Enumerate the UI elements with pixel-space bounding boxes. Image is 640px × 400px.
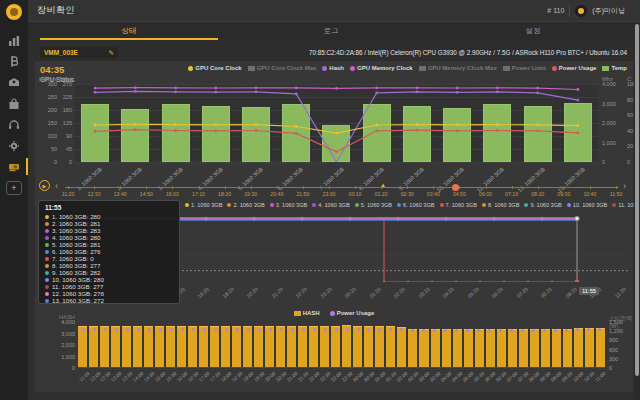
tooltip-row-12: 12. 1060 3GB: 278 [45, 290, 173, 297]
legend-item-temp[interactable]: Temp [602, 65, 627, 71]
price-tag-icon[interactable] [0, 72, 28, 93]
legend-item-gpu-memory-clock-max[interactable]: GPU Memory Clock Max [419, 65, 497, 71]
bitcoin-icon[interactable] [0, 51, 28, 72]
time-label-14:00: 14:00 [132, 371, 144, 383]
gpu-legend-7[interactable]: 7. 1060 3GB [440, 202, 477, 208]
tab-0[interactable]: 상태 [28, 22, 230, 40]
timeline-label-06:00[interactable]: 06:00 [479, 191, 492, 197]
app-logo-icon[interactable] [6, 4, 22, 20]
tooltip-value: 7. 1060 3GB: 0 [52, 255, 94, 262]
axis-tick: 135 [35, 120, 72, 126]
power-dot-43 [543, 329, 546, 332]
axis-tick: 225 [35, 94, 72, 100]
timeline-label-16:00[interactable]: 16:00 [166, 191, 179, 197]
power-dot-10 [181, 328, 184, 331]
timeline-label-10:40[interactable]: 10:40 [583, 191, 596, 197]
hash-bar-40 [508, 329, 517, 367]
timeline-prev-icon[interactable]: ‹ [55, 181, 58, 191]
timeline-label-20:40[interactable]: 20:40 [270, 191, 283, 197]
timeline-label-09:30[interactable]: 09:30 [557, 191, 570, 197]
tooltip-value: 12. 1060 3GB: 278 [52, 290, 104, 297]
legend-item-power-limit[interactable]: Power Limit [503, 65, 546, 71]
vertical-scrollbar [634, 22, 640, 400]
legend-hash[interactable]: HASH [294, 310, 320, 316]
timeline-label-23:00[interactable]: 23:00 [323, 191, 336, 197]
legend-item-gpu-core-clock[interactable]: GPU Core Clock [188, 65, 241, 71]
legend-item-power-usage[interactable]: Power Usage [552, 65, 597, 71]
timeline-label-11:50[interactable]: 11:50 [610, 191, 623, 197]
stats-chart-icon[interactable] [0, 30, 28, 51]
tab-1[interactable]: 로그 [230, 22, 432, 40]
hash-bar-35 [453, 329, 462, 367]
scrollbar-thumb[interactable] [635, 24, 639, 376]
gridline [75, 162, 598, 163]
gpu-legend-1[interactable]: 1. 1060 3GB [185, 202, 222, 208]
timeline-label-04:50[interactable]: 04:50 [453, 191, 466, 197]
gpu-legend-9[interactable]: 9. 1060 3GB [524, 202, 561, 208]
gpu-legend-label: 4. 1060 3GB [318, 202, 349, 208]
timeline-tick [486, 186, 487, 189]
hash-bar-6 [133, 326, 142, 368]
axis-tick: 45 [35, 146, 72, 152]
timeline-label-00:10[interactable]: 00:10 [349, 191, 362, 197]
hash-bars [78, 321, 605, 367]
timeline-tick [329, 186, 330, 189]
gpu-legend-5[interactable]: 5. 1060 3GB [355, 202, 392, 208]
gpu-legend-4[interactable]: 4. 1060 3GB [312, 202, 349, 208]
timeline-label-14:50[interactable]: 14:50 [140, 191, 153, 197]
timeline-tick [512, 186, 513, 189]
power-dot-20 [291, 328, 294, 331]
tab-2[interactable]: 설정 [432, 22, 634, 40]
timeline-label-08:20[interactable]: 08:20 [531, 191, 544, 197]
power-dot-23 [324, 328, 327, 331]
tooltip-dot [45, 278, 49, 282]
hash-axis-tick: 4,000 [35, 319, 75, 325]
hash-bar-38 [486, 329, 495, 367]
gpu-legend-label: 9. 1060 3GB [530, 202, 561, 208]
timeline-track[interactable] [65, 187, 619, 188]
timeline-label-21:50[interactable]: 21:50 [296, 191, 309, 197]
avatar[interactable] [575, 5, 587, 17]
hash-bar-16 [243, 326, 252, 367]
legend-item-hash[interactable]: Hash [322, 65, 344, 71]
gpu-legend-label: 8. 1060 3GB [488, 202, 519, 208]
gpu-legend-10[interactable]: 10. 1060 3GB [567, 202, 608, 208]
timeline-label-01:20[interactable]: 01:20 [375, 191, 388, 197]
edit-pencil-icon[interactable]: ✎ [109, 49, 114, 57]
timeline-current-position[interactable] [452, 184, 459, 191]
timeline-label-12:30[interactable]: 12:30 [88, 191, 101, 197]
timeline-next-icon[interactable]: › [623, 181, 626, 191]
timeline-label-18:20[interactable]: 18:20 [218, 191, 231, 197]
time-label-23:30: 23:30 [341, 371, 353, 383]
timeline-label-03:40[interactable]: 03:40 [427, 191, 440, 197]
add-device-icon[interactable]: + [6, 181, 22, 195]
timeline-label-07:10[interactable]: 07:10 [505, 191, 518, 197]
hash-axis-tick: 1,000 [35, 354, 75, 360]
legend-power-usage[interactable]: Power Usage [330, 310, 375, 316]
power-dot-16 [247, 328, 250, 331]
support-headset-icon[interactable] [0, 114, 28, 135]
miner-gpu-icon[interactable] [0, 156, 28, 177]
account-name[interactable]: (주)마이닝 [592, 6, 625, 16]
timeline-play-button[interactable]: ▶ [39, 180, 50, 191]
gpu-legend-3[interactable]: 3. 1060 3GB [270, 202, 307, 208]
timeline-label-13:40[interactable]: 13:40 [114, 191, 127, 197]
time-label-11:00: 11:00 [594, 371, 606, 383]
time-label-09:00: 09:00 [550, 371, 562, 383]
gpu-legend-label: 1. 1060 3GB [191, 202, 222, 208]
timeline-label-17:10[interactable]: 17:10 [192, 191, 205, 197]
tooltip-value: 13. 1060 3GB: 272 [52, 297, 104, 304]
hash-bar-25 [342, 325, 351, 367]
gpu-legend-8[interactable]: 8. 1060 3GB [482, 202, 519, 208]
gpu-legend-6[interactable]: 6. 1060 3GB [397, 202, 434, 208]
legend-item-gpu-core-clock-max[interactable]: GPU Core Clock Max [248, 65, 317, 71]
legend-item-gpu-memory-clock[interactable]: GPU Memory Clock [350, 65, 413, 71]
settings-gear-icon[interactable] [0, 135, 28, 156]
timeline-event-marker-icon[interactable]: ▲ [380, 182, 386, 188]
device-name-chip[interactable]: VMM_003E ✎ [40, 47, 118, 58]
timeline-label-02:30[interactable]: 02:30 [401, 191, 414, 197]
market-bag-icon[interactable] [0, 93, 28, 114]
timeline-label-19:30[interactable]: 19:30 [244, 191, 257, 197]
gpu-legend-2[interactable]: 2. 1060 3GB [227, 202, 264, 208]
timeline-label-11:20[interactable]: 11:20 [62, 191, 75, 197]
